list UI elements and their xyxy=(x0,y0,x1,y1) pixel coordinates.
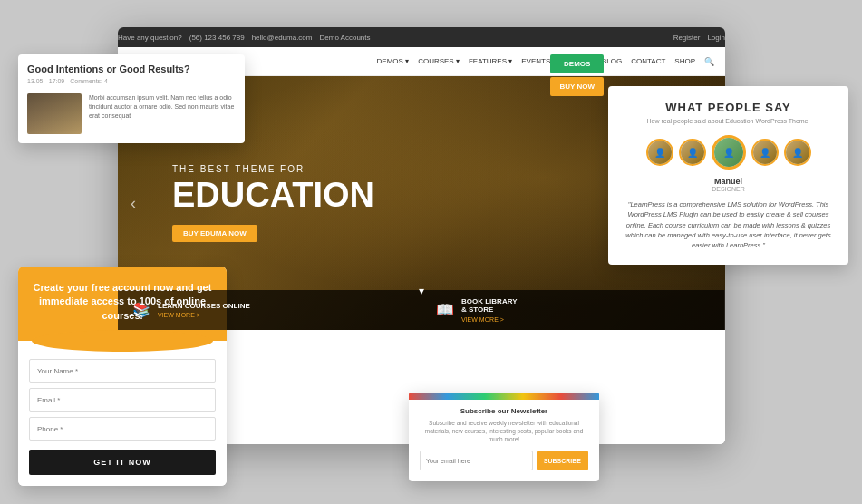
newsletter-card: Subscribe our Newsletter Subscribe and r… xyxy=(409,393,599,481)
avatar-4[interactable]: 👤 xyxy=(751,139,779,166)
avatar-5[interactable]: 👤 xyxy=(784,139,811,166)
topbar-question: Have any question? xyxy=(118,34,182,42)
form-submit-button[interactable]: GET IT NOW xyxy=(29,450,216,475)
nav-blog[interactable]: BLOG xyxy=(602,57,622,66)
avatar-3-active[interactable]: 👤 xyxy=(712,135,746,170)
form-header-text: Create your free account now and get imm… xyxy=(33,281,212,323)
strip-item-library: 📖 BOOK LIBRARY& STORE VIEW MORE > xyxy=(421,290,725,330)
testimonial-card: WHAT PEOPLE SAY How real people said abo… xyxy=(608,86,848,265)
hero-scroll-arrow: ▾ xyxy=(419,285,424,297)
avatar-2[interactable]: 👤 xyxy=(679,139,706,166)
form-card: Create your free account now and get imm… xyxy=(18,267,227,486)
nav-contact[interactable]: CONTACT xyxy=(631,57,665,66)
nav-events[interactable]: EVENTS xyxy=(521,57,550,66)
nav-features[interactable]: FEATURES ▾ xyxy=(469,57,512,66)
nav-courses[interactable]: COURSES ▾ xyxy=(418,57,460,66)
hero-title: EDUCATION xyxy=(172,178,671,212)
buy-now-button[interactable]: Buy Now xyxy=(550,77,604,96)
hero-subtitle: THE BEST THEME FOR xyxy=(172,164,671,174)
newsletter-title: Subscribe our Newsletter xyxy=(420,407,588,415)
email-input[interactable] xyxy=(29,388,216,412)
avatar-face-4: 👤 xyxy=(753,141,777,164)
strip-library-heading: BOOK LIBRARY& STORE xyxy=(461,297,517,315)
blog-thumbnail xyxy=(27,93,82,134)
strip-library-text: BOOK LIBRARY& STORE VIEW MORE > xyxy=(461,297,517,323)
topbar-register[interactable]: Register xyxy=(673,34,701,42)
blog-date: 13.05 - 17:09 xyxy=(27,78,64,84)
blog-thumb-image xyxy=(27,93,82,134)
newsletter-email-input[interactable] xyxy=(420,451,533,470)
blog-card: Good Intentions or Good Results? 13.05 -… xyxy=(18,54,245,143)
nav-demos[interactable]: DEMOS ▾ xyxy=(377,57,410,66)
testimonial-subtitle: How real people said about Education Wor… xyxy=(623,118,834,124)
name-input[interactable] xyxy=(29,359,216,383)
newsletter-subscribe-button[interactable]: SUBSCRIBE xyxy=(537,451,588,470)
blog-meta: 13.05 - 17:09 Comments: 4 xyxy=(27,78,236,84)
topbar-login[interactable]: Login xyxy=(707,34,725,42)
avatar-face-1: 👤 xyxy=(648,141,672,164)
testimonial-heading: WHAT PEOPLE SAY xyxy=(623,101,834,114)
topbar-phone: (56) 123 456 789 xyxy=(189,34,245,42)
newsletter-stripe xyxy=(409,393,599,400)
blog-card-header: Good Intentions or Good Results? 13.05 -… xyxy=(18,54,245,93)
form-body: GET IT NOW xyxy=(18,341,227,486)
blog-comments: Comments: 4 xyxy=(70,78,108,84)
demo-buttons-group: Demos Buy Now xyxy=(550,54,604,96)
strip-library-link[interactable]: VIEW MORE > xyxy=(461,316,517,323)
nav-shop[interactable]: SHOP xyxy=(674,57,695,66)
demos-button[interactable]: Demos xyxy=(550,54,604,73)
blog-excerpt: Morbi accumsan ipsum velit. Nam nec tell… xyxy=(89,93,236,134)
topbar-email: hello@eduma.com xyxy=(252,34,313,42)
phone-input[interactable] xyxy=(29,417,216,441)
nav-links: DEMOS ▾ COURSES ▾ FEATURES ▾ EVENTS GALL… xyxy=(377,57,714,66)
topbar-demo: Demo Accounts xyxy=(319,34,370,42)
hero-prev-arrow[interactable]: ‹ xyxy=(131,194,136,213)
avatar-face-3: 👤 xyxy=(714,138,743,167)
search-icon[interactable]: 🔍 xyxy=(704,57,714,66)
newsletter-form: SUBSCRIBE xyxy=(420,451,588,470)
newsletter-text: Subscribe and receive weekly newsletter … xyxy=(420,419,588,443)
avatar-face-5: 👤 xyxy=(786,141,809,164)
avatar-1[interactable]: 👤 xyxy=(646,139,673,166)
top-bar: Have any question? (56) 123 456 789 hell… xyxy=(118,27,725,47)
blog-title: Good Intentions or Good Results? xyxy=(27,63,236,74)
hero-cta-button[interactable]: BUY EDUMA NOW xyxy=(172,225,257,242)
library-icon: 📖 xyxy=(436,301,454,318)
avatar-face-2: 👤 xyxy=(681,141,704,164)
blog-content: Morbi accumsan ipsum velit. Nam nec tell… xyxy=(18,93,245,143)
